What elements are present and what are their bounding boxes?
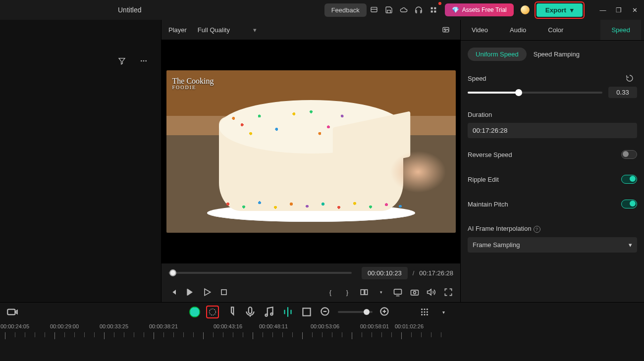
profile-orb-icon[interactable] (521, 5, 530, 14)
export-button[interactable]: Export ▾ (537, 3, 583, 17)
more-icon[interactable] (137, 54, 151, 68)
stop-button[interactable] (219, 287, 229, 297)
tab-audio[interactable]: Audio (499, 20, 537, 40)
quality-select[interactable]: Full Quality ▾ (194, 23, 260, 37)
play-button[interactable] (202, 287, 212, 297)
player-panel: Player Full Quality ▾ The Cooking FOO (161, 20, 461, 302)
display-icon[interactable] (393, 287, 403, 297)
maximize-button[interactable]: ❐ (613, 4, 624, 15)
split-icon[interactable] (281, 306, 294, 318)
titlebar: Untitled Feedback 💎 Assets Free Trial Ex… (0, 0, 644, 20)
minimize-button[interactable]: — (597, 4, 608, 15)
ratio-chevron-icon[interactable]: ▾ (376, 287, 386, 297)
timeline-record-icon[interactable] (6, 306, 19, 318)
feedback-button[interactable]: Feedback (324, 3, 367, 17)
fullscreen-icon[interactable] (443, 287, 453, 297)
timeline-ruler[interactable]: 00:00:24:0500:00:29:0000:00:33:2500:00:3… (0, 321, 644, 346)
chevron-down-icon: ▾ (570, 6, 574, 14)
svg-marker-21 (428, 289, 431, 295)
ruler-label: 00:01:02:26 (395, 323, 424, 329)
scrub-bar[interactable] (168, 272, 352, 274)
mark-in-button[interactable]: { (325, 287, 335, 297)
project-title: Untitled (118, 6, 141, 14)
close-button[interactable]: ✕ (629, 4, 640, 15)
current-time[interactable]: 00:00:10:23 (362, 267, 408, 279)
svg-point-43 (424, 314, 425, 315)
speed-value[interactable]: 0.33 (608, 87, 637, 98)
marker-tool-icon[interactable] (225, 306, 238, 318)
scrub-thumb[interactable] (169, 269, 176, 276)
video-preview[interactable]: The Cooking FOODIE (161, 40, 460, 263)
speed-slider[interactable] (468, 92, 602, 94)
prev-frame-button[interactable] (168, 287, 178, 297)
svg-rect-19 (411, 290, 419, 295)
maintain-pitch-label: Maintain Pitch (468, 201, 508, 208)
time-separator: / (413, 269, 415, 277)
ai-interpolation-label: AI Frame Interpolation? (468, 225, 540, 233)
reset-speed-icon[interactable] (623, 71, 637, 85)
volume-icon[interactable] (427, 287, 436, 297)
headphones-icon[interactable] (412, 3, 426, 17)
svg-point-25 (265, 314, 267, 316)
mark-out-button[interactable]: } (342, 287, 352, 297)
timeline-panel: ▾ 00:00:24:0500:00:29:0000:00:33:2500:00… (0, 302, 644, 361)
svg-point-26 (270, 313, 272, 315)
ai-tool-icon[interactable] (189, 307, 200, 317)
reverse-speed-toggle[interactable] (621, 150, 637, 159)
total-time: 00:17:26:28 (419, 269, 453, 277)
ruler-label: 00:00:33:25 (100, 323, 128, 329)
zoom-thumb[interactable] (364, 309, 370, 315)
crop-icon[interactable] (300, 306, 313, 318)
svg-rect-4 (430, 10, 432, 12)
cloud-icon[interactable] (397, 3, 411, 17)
svg-point-42 (421, 314, 423, 315)
assets-trial-button[interactable]: 💎 Assets Free Trial (445, 3, 514, 16)
window-controls: — ❐ ✕ (597, 4, 640, 15)
svg-rect-30 (303, 308, 310, 315)
svg-point-37 (424, 309, 425, 310)
mic-icon[interactable] (244, 306, 257, 318)
svg-point-23 (210, 309, 216, 315)
tab-video[interactable]: Video (461, 20, 499, 40)
svg-point-11 (444, 29, 446, 30)
filter-icon[interactable] (115, 54, 129, 68)
zoom-out-icon[interactable] (319, 306, 332, 318)
save-icon[interactable] (382, 3, 396, 17)
camera-icon[interactable] (410, 287, 420, 297)
help-icon[interactable]: ? (534, 226, 540, 233)
assets-trial-label: Assets Free Trial (462, 6, 507, 13)
zoom-slider[interactable] (338, 311, 373, 313)
svg-marker-6 (119, 58, 125, 64)
speed-thumb[interactable] (515, 89, 522, 96)
keyframe-tool-icon[interactable] (206, 306, 219, 318)
svg-point-7 (141, 60, 142, 61)
music-icon[interactable] (263, 306, 275, 318)
grid-icon[interactable] (418, 306, 431, 318)
svg-point-9 (145, 60, 147, 61)
maintain-pitch-toggle[interactable] (621, 200, 637, 208)
reverse-speed-label: Reverse Speed (468, 151, 512, 158)
tab-color[interactable]: Color (537, 20, 574, 40)
export-highlight: Export ▾ (535, 1, 585, 19)
snapshot-icon[interactable] (439, 23, 453, 37)
quality-value: Full Quality (194, 23, 260, 37)
play-pause-button[interactable] (185, 287, 195, 297)
ratio-icon[interactable] (359, 287, 369, 297)
subtab-speed-ramping[interactable]: Speed Ramping (534, 51, 580, 58)
duration-input[interactable] (468, 123, 637, 138)
ai-interpolation-value: Frame Sampling (473, 241, 520, 249)
ruler-label: 00:00:58:01 (360, 323, 389, 329)
svg-rect-15 (361, 290, 364, 295)
ripple-edit-toggle[interactable] (621, 175, 637, 184)
grid-chevron-icon[interactable]: ▾ (437, 306, 450, 318)
ai-interpolation-select[interactable]: Frame Sampling ▾ (468, 237, 637, 253)
export-label: Export (545, 6, 566, 14)
layout-icon[interactable] (367, 3, 381, 17)
apps-icon[interactable] (427, 3, 440, 17)
svg-rect-2 (430, 7, 432, 9)
ruler-label: 00:00:38:21 (149, 323, 178, 329)
tab-speed[interactable]: Speed (600, 20, 641, 40)
svg-rect-12 (187, 289, 188, 295)
subtab-uniform-speed[interactable]: Uniform Speed (468, 48, 527, 61)
zoom-in-icon[interactable] (378, 306, 391, 318)
